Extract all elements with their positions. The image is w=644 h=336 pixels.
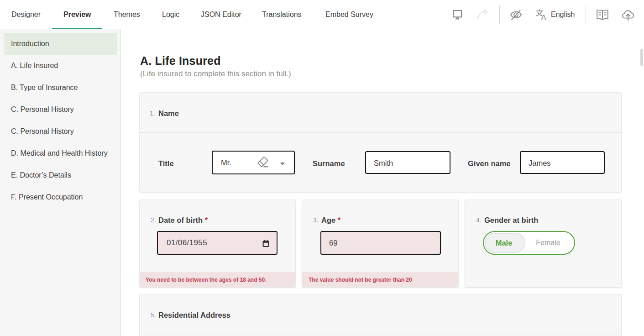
svg-text:A: A xyxy=(541,13,547,21)
